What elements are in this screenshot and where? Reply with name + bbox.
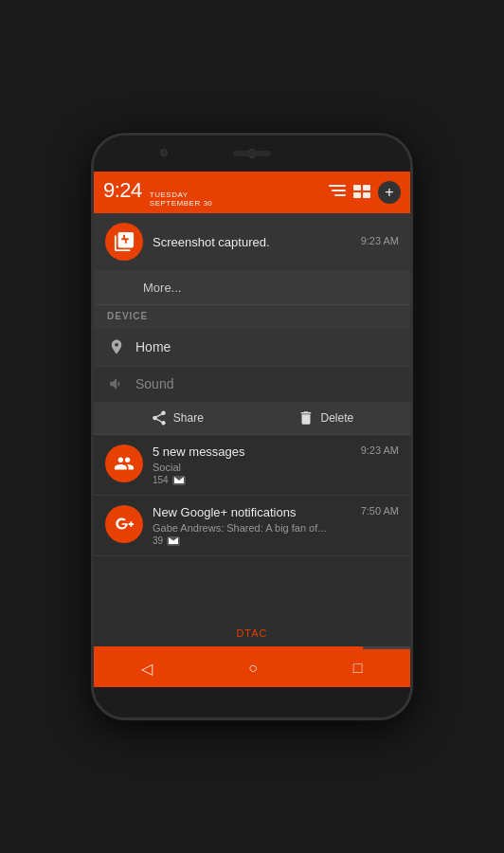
delete-label: Delete: [320, 411, 353, 425]
home-item[interactable]: Home: [94, 328, 410, 367]
gplus-icon-circle: [105, 505, 143, 543]
home-button[interactable]: ○: [248, 660, 258, 677]
delete-icon: [297, 409, 315, 426]
action-bar: Share Delete: [94, 402, 410, 435]
gplus-badge-icon: [167, 536, 180, 546]
more-button[interactable]: More...: [94, 271, 410, 305]
svg-rect-3: [353, 185, 361, 191]
svg-rect-5: [353, 192, 361, 198]
clock: 9:24: [103, 178, 142, 203]
phone-frame: 9:24 TUESDAY SEPTEMBER 30: [91, 133, 413, 720]
speaker: [233, 151, 271, 156]
home-icon: [107, 337, 126, 356]
back-button[interactable]: ◁: [141, 660, 153, 678]
bottom-bezel: [94, 687, 410, 717]
share-button[interactable]: Share: [151, 409, 204, 426]
screenshot-notification[interactable]: Screenshot captured. 9:23 AM: [94, 213, 410, 271]
gplus-text: New Google+ notifications 7:50 AM Gabe A…: [153, 505, 399, 546]
screenshot-icon: [114, 231, 135, 252]
screenshot-time: 9:23 AM: [361, 235, 399, 246]
front-camera: [160, 149, 168, 156]
device-section-header: DEVICE: [94, 305, 410, 328]
screenshot-icon-circle: [105, 223, 143, 261]
notifications-list: Screenshot captured. 9:23 AM More... DEV…: [94, 213, 410, 649]
gplus-title: New Google+ notifications: [153, 505, 296, 519]
messages-icon: [114, 453, 135, 474]
home-label: Home: [135, 339, 171, 354]
share-label: Share: [173, 411, 204, 425]
delete-button[interactable]: Delete: [297, 409, 353, 426]
svg-rect-1: [332, 190, 346, 191]
messages-notification[interactable]: 5 new messages 9:23 AM Social 154: [94, 435, 410, 496]
layout-icon[interactable]: [353, 185, 370, 201]
status-bar: 9:24 TUESDAY SEPTEMBER 30: [94, 172, 410, 213]
gplus-count: 39: [153, 535, 163, 546]
gplus-time: 7:50 AM: [361, 505, 399, 517]
day-name: TUESDAY: [150, 191, 212, 199]
date-block: TUESDAY SEPTEMBER 30: [150, 191, 212, 208]
date-string: SEPTEMBER 30: [150, 199, 212, 208]
sound-label: Sound: [135, 376, 173, 391]
svg-rect-2: [334, 194, 346, 196]
messages-title: 5 new messages: [153, 445, 245, 459]
dtac-label: DTAC: [94, 620, 410, 646]
sound-icon: [107, 374, 126, 393]
svg-rect-0: [329, 185, 346, 187]
navigation-bar: ◁ ○ □: [94, 649, 410, 687]
top-bezel: [94, 136, 410, 172]
status-icons: +: [329, 181, 401, 204]
gplus-icon: [114, 514, 135, 535]
sound-item: Sound: [94, 367, 410, 402]
add-button[interactable]: +: [378, 181, 401, 204]
share-icon: [151, 409, 168, 426]
screenshot-title: Screenshot captured.: [153, 235, 270, 249]
messages-text: 5 new messages 9:23 AM Social 154: [153, 445, 399, 485]
messages-sub: Social: [153, 462, 181, 473]
screen: 9:24 TUESDAY SEPTEMBER 30: [94, 172, 410, 687]
gplus-sub: Gabe Andrews: Shared: A big fan of...: [153, 522, 326, 534]
svg-rect-6: [363, 192, 370, 198]
time-block: 9:24 TUESDAY SEPTEMBER 30: [103, 178, 212, 208]
messages-icon-circle: [105, 445, 143, 482]
messages-time: 9:23 AM: [361, 445, 399, 456]
svg-rect-4: [363, 185, 370, 191]
gmail-badge-icon: [172, 476, 186, 485]
screenshot-text: Screenshot captured. 9:23 AM: [153, 235, 399, 249]
sort-icon[interactable]: [329, 185, 346, 201]
gplus-notification[interactable]: New Google+ notifications 7:50 AM Gabe A…: [94, 496, 410, 556]
recents-button[interactable]: □: [353, 660, 363, 677]
messages-count: 154: [153, 475, 169, 485]
